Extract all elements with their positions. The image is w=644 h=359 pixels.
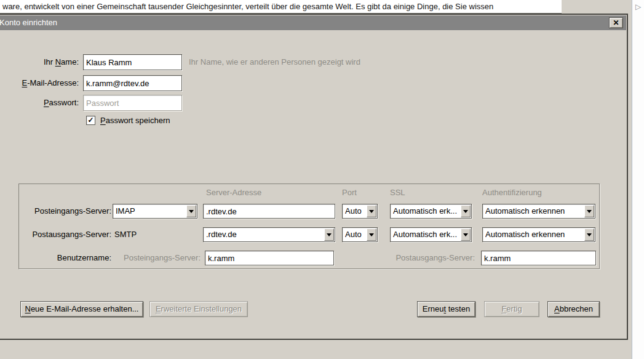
email-input[interactable] xyxy=(83,75,182,91)
name-hint: Ihr Name, wie er anderen Personen gezeig… xyxy=(189,54,360,70)
cancel-button[interactable]: Abbrechen xyxy=(547,301,600,317)
incoming-auth-select[interactable]: Automatisch erkennen xyxy=(482,204,595,219)
retest-button[interactable]: Erneut testen xyxy=(417,301,475,317)
incoming-server-address-input[interactable] xyxy=(203,204,335,219)
splitter-arrow-icon[interactable]: ▷ xyxy=(635,2,641,11)
username-outgoing-input[interactable] xyxy=(481,251,596,265)
username-outgoing-label: Postausgangs-Server: xyxy=(382,251,475,265)
username-incoming-input[interactable] xyxy=(205,251,334,265)
incoming-protocol-select[interactable]: IMAP xyxy=(113,204,197,219)
get-new-address-button[interactable]: Neue E-Mail-Adresse erhalten... xyxy=(20,301,143,317)
remember-password-label: Passwort speichern xyxy=(100,116,170,126)
dialog-titlebar: Konto einrichten ✕ xyxy=(0,15,626,30)
username-incoming-label: Posteingangs-Server: xyxy=(114,251,201,265)
dropdown-arrow-icon[interactable] xyxy=(584,228,594,241)
username-label: Benutzername: xyxy=(19,251,111,265)
outgoing-server-label: Postausgangs-Server: xyxy=(19,227,111,242)
dropdown-arrow-icon[interactable] xyxy=(367,228,376,241)
password-label: Passwort: xyxy=(0,95,79,111)
incoming-port-select[interactable]: Auto xyxy=(342,204,378,219)
dropdown-arrow-icon[interactable] xyxy=(584,205,594,217)
close-icon[interactable]: ✕ xyxy=(609,17,623,28)
column-header-port: Port xyxy=(342,188,357,198)
remember-password-checkbox[interactable]: ✓ xyxy=(86,116,95,125)
outgoing-port-select[interactable]: Auto xyxy=(342,227,378,242)
dropdown-arrow-icon[interactable] xyxy=(186,205,196,217)
checkmark-icon: ✓ xyxy=(87,116,93,124)
done-button: Fertig xyxy=(484,301,539,317)
incoming-ssl-select[interactable]: Automatisch erk... xyxy=(390,204,472,219)
dropdown-arrow-icon[interactable] xyxy=(367,205,376,217)
background-sentence: ware, entwickelt von einer Gemeinschaft … xyxy=(2,2,493,11)
advanced-settings-button: Erweiterte Einstellungen xyxy=(149,301,248,317)
password-input[interactable] xyxy=(83,95,182,111)
outgoing-protocol-text: SMTP xyxy=(114,227,137,242)
incoming-server-label: Posteingangs-Server: xyxy=(19,204,111,219)
outgoing-auth-select[interactable]: Automatisch erkennen xyxy=(482,227,595,242)
outgoing-server-address-select[interactable]: .rdtev.de xyxy=(203,227,335,242)
email-label: E-Mail-Adresse: xyxy=(0,75,79,91)
name-input[interactable] xyxy=(83,54,182,70)
server-settings-group: Server-Adresse Port SSL Authentifizierun… xyxy=(18,184,600,269)
name-label: Ihr Name: xyxy=(0,54,79,70)
dropdown-arrow-icon[interactable] xyxy=(461,205,471,217)
outgoing-ssl-select[interactable]: Automatisch erk... xyxy=(390,227,472,242)
column-header-ssl: SSL xyxy=(390,188,405,198)
collapsed-sidebar-rail: ▷ xyxy=(632,0,644,359)
column-header-server-address: Server-Adresse xyxy=(206,188,261,198)
dropdown-arrow-icon[interactable] xyxy=(324,228,334,241)
column-header-auth: Authentifizierung xyxy=(482,188,542,198)
account-setup-dialog: Konto einrichten ✕ Ihr Name: Ihr Name, w… xyxy=(0,14,628,340)
dropdown-arrow-icon[interactable] xyxy=(461,228,471,241)
dialog-title: Konto einrichten xyxy=(0,18,57,27)
dialog-body: Ihr Name: Ihr Name, wie er anderen Perso… xyxy=(0,30,627,339)
background-content-text: ware, entwickelt von einer Gemeinschaft … xyxy=(0,0,562,14)
